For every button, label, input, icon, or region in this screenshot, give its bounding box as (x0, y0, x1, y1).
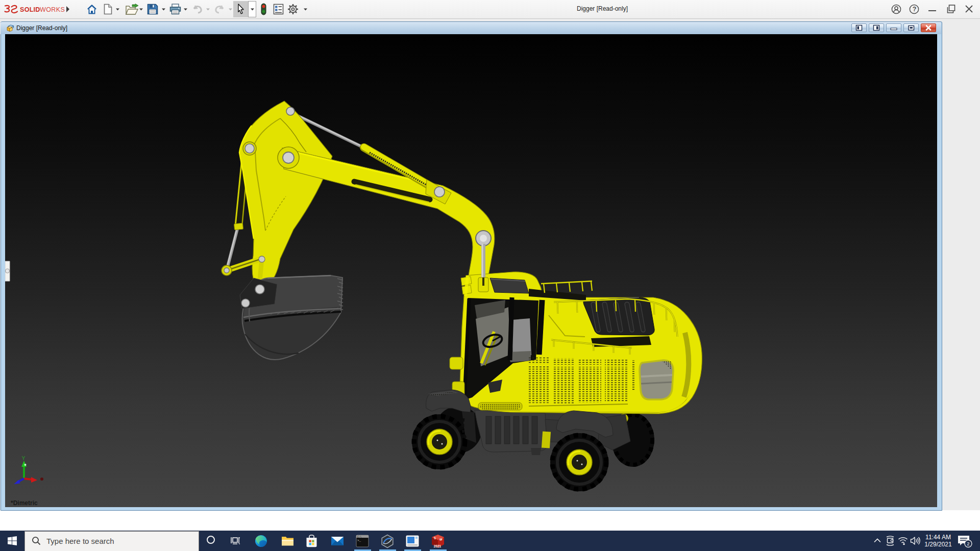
svg-text:W: W (439, 538, 443, 541)
svg-text:SOLID: SOLID (20, 6, 40, 13)
svg-text:WORKS: WORKS (40, 6, 65, 13)
svg-text:S: S (434, 536, 436, 540)
svg-text:Y: Y (22, 455, 26, 461)
svg-text:*Dimetric: *Dimetric (11, 499, 38, 507)
svg-text:2: 2 (967, 541, 969, 546)
svg-text:C:\_: C:\_ (357, 536, 363, 538)
svg-text:?: ? (913, 6, 917, 13)
svg-text:>_: >_ (357, 539, 361, 542)
svg-text:2021: 2021 (434, 544, 442, 548)
